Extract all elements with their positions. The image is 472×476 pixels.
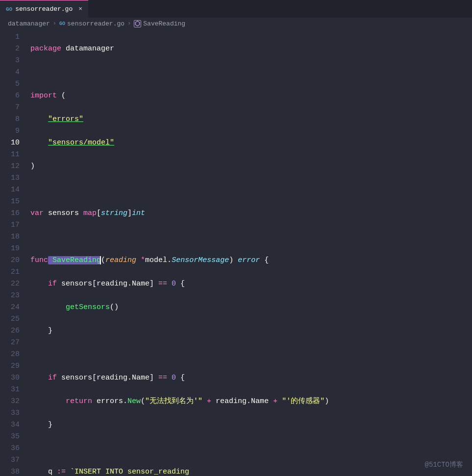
line-number: 1 (0, 31, 20, 43)
line-number: 17 (0, 219, 20, 231)
line-number: 2 (0, 43, 20, 55)
line-number: 7 (0, 102, 20, 114)
line-number: 15 (0, 196, 20, 208)
line-number: 24 (0, 302, 20, 313)
line-number: 18 (0, 231, 20, 243)
line-number: 14 (0, 184, 20, 196)
tab-filename: sensorreader.go (15, 5, 73, 13)
line-number: 21 (0, 266, 20, 278)
go-file-icon: GO (6, 6, 12, 12)
watermark: @51CTO博客 (425, 460, 463, 469)
close-icon[interactable]: × (77, 5, 83, 13)
line-number: 27 (0, 337, 20, 349)
line-number: 31 (0, 384, 20, 396)
line-number: 29 (0, 360, 20, 372)
line-number: 13 (0, 172, 20, 184)
breadcrumb-folder[interactable]: datamanager (8, 20, 50, 27)
chevron-right-icon: › (127, 20, 131, 27)
line-number: 12 (0, 161, 20, 172)
line-number: 11 (0, 149, 20, 161)
code-area[interactable]: package datamanager import ( "errors" "s… (30, 29, 472, 476)
line-number: 23 (0, 290, 20, 302)
line-number: 35 (0, 431, 20, 443)
line-number: 34 (0, 419, 20, 431)
breadcrumb[interactable]: datamanager › GO sensorreader.go › SaveR… (0, 18, 472, 29)
go-file-icon: GO (59, 21, 65, 26)
tab-bar: GO sensorreader.go × (0, 0, 472, 18)
line-number: 30 (0, 372, 20, 384)
line-number: 36 (0, 443, 20, 454)
line-number: 22 (0, 278, 20, 290)
line-number: 33 (0, 407, 20, 419)
line-number: 16 (0, 208, 20, 219)
chevron-right-icon: › (53, 20, 56, 27)
line-number-gutter: 1234567891011121314151617181920212223242… (0, 29, 30, 476)
line-number: 25 (0, 313, 20, 325)
line-number: 26 (0, 325, 20, 337)
line-number: 8 (0, 114, 20, 125)
line-number: 3 (0, 55, 20, 67)
line-number: 32 (0, 396, 20, 407)
line-number: 4 (0, 67, 20, 78)
breadcrumb-symbol[interactable]: SaveReading (143, 20, 185, 27)
breadcrumb-file[interactable]: sensorreader.go (67, 20, 124, 27)
code-editor[interactable]: 1234567891011121314151617181920212223242… (0, 29, 472, 476)
line-number: 10 (0, 137, 20, 149)
line-number: 9 (0, 125, 20, 137)
line-number: 37 (0, 454, 20, 466)
line-number: 38 (0, 466, 20, 476)
editor-tab[interactable]: GO sensorreader.go × (0, 0, 88, 18)
symbol-method-icon (134, 20, 141, 27)
line-number: 20 (0, 255, 20, 266)
line-number: 6 (0, 90, 20, 102)
line-number: 19 (0, 243, 20, 255)
line-number: 5 (0, 78, 20, 90)
line-number: 28 (0, 349, 20, 360)
